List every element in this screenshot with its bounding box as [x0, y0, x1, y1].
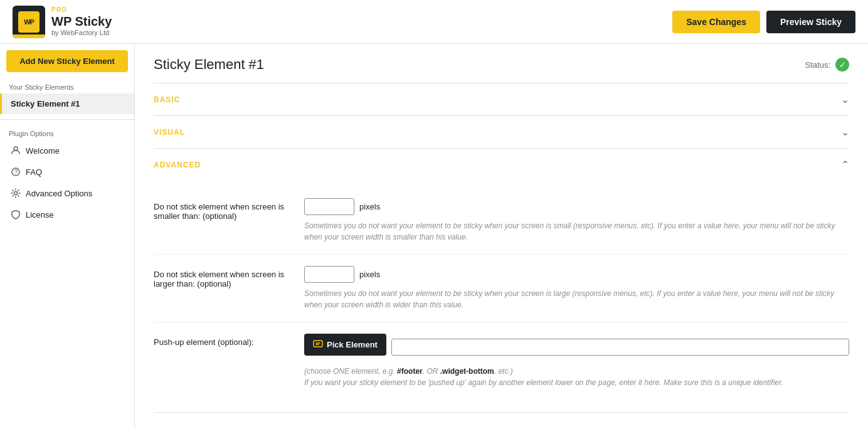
push-up-control: Pick Element (choose ONE element, e.g. #…	[304, 334, 849, 388]
logo-area: WP PRO WP Sticky by WebFactory Ltd	[13, 6, 112, 38]
form-row-min-screen: Do not stick element when screen is smal…	[154, 187, 849, 255]
max-screen-hint: Sometimes you do not want your element t…	[304, 288, 849, 310]
max-screen-input[interactable]	[304, 266, 354, 283]
license-icon	[11, 209, 21, 220]
advanced-options-icon	[11, 188, 21, 198]
svg-point-3	[14, 192, 18, 195]
sidebar: Add New Sticky Element Your Sticky Eleme…	[0, 44, 135, 429]
section-advanced-content: Do not stick element when screen is smal…	[154, 181, 849, 412]
section-basic-title: BASIC	[154, 95, 180, 104]
status-check-icon: ✓	[835, 58, 849, 72]
pick-row: Pick Element	[304, 334, 849, 361]
min-screen-hint: Sometimes you do not want your element t…	[304, 220, 849, 243]
max-screen-suffix: pixels	[359, 270, 380, 279]
add-new-sticky-element-button[interactable]: Add New Sticky Element	[6, 50, 128, 72]
min-screen-suffix: pixels	[359, 202, 380, 211]
max-screen-label: Do not stick element when screen is larg…	[154, 266, 292, 289]
status-area: Status: ✓	[805, 58, 849, 72]
sidebar-item-advanced-options[interactable]: Advanced Options	[0, 183, 134, 204]
license-label: License	[26, 210, 54, 220]
section-visual-title: VISUAL	[154, 128, 185, 137]
logo-text: PRO WP Sticky by WebFactory Ltd	[51, 6, 112, 37]
save-changes-button[interactable]: Save Changes	[672, 11, 760, 33]
header: WP PRO WP Sticky by WebFactory Ltd Save …	[0, 0, 868, 44]
main-content: Sticky Element #1 Status: ✓ BASIC ⌄ VISU…	[135, 44, 868, 429]
layout: Add New Sticky Element Your Sticky Eleme…	[0, 44, 868, 429]
svg-point-0	[14, 147, 18, 151]
faq-label: FAQ	[26, 167, 42, 177]
push-up-hint-2: If you want your sticky element to be 'p…	[304, 377, 849, 388]
min-screen-input[interactable]	[304, 198, 354, 215]
sidebar-item-license[interactable]: License	[0, 204, 134, 225]
logo-wp: WP	[18, 11, 40, 33]
advanced-options-label: Advanced Options	[26, 189, 92, 198]
svg-rect-4	[314, 341, 322, 347]
section-advanced: ADVANCED ⌃ Do not stick element when scr…	[154, 149, 849, 413]
sticky-elements-section-label: Your Sticky Elements	[0, 78, 134, 93]
push-up-hint-1: (choose ONE element, e.g. #footer, OR .w…	[304, 366, 849, 377]
logo-name: WP Sticky	[51, 14, 112, 29]
status-label: Status:	[805, 60, 830, 70]
section-advanced-header[interactable]: ADVANCED ⌃	[154, 149, 849, 181]
push-up-label: Push-up element (optional):	[154, 334, 292, 347]
section-visual-chevron: ⌄	[841, 126, 849, 138]
min-screen-input-row: pixels	[304, 198, 849, 215]
logo-icon: WP	[13, 6, 45, 38]
welcome-label: Welcome	[26, 146, 60, 156]
push-up-input[interactable]	[391, 339, 849, 356]
max-screen-control: pixels Sometimes you do not want your el…	[304, 266, 849, 310]
section-basic-chevron: ⌄	[841, 93, 849, 105]
pick-element-icon	[313, 339, 323, 351]
form-row-max-screen: Do not stick element when screen is larg…	[154, 255, 849, 322]
plugin-options-label: Plugin Options	[0, 125, 134, 140]
preview-sticky-button[interactable]: Preview Sticky	[766, 11, 855, 33]
section-advanced-chevron: ⌃	[841, 159, 849, 171]
header-actions: Save Changes Preview Sticky	[672, 11, 855, 33]
min-screen-label: Do not stick element when screen is smal…	[154, 198, 292, 221]
sticky-element-1-label: Sticky Element #1	[11, 99, 80, 109]
pick-element-button[interactable]: Pick Element	[304, 334, 386, 356]
pick-element-label: Pick Element	[327, 340, 378, 349]
welcome-icon	[11, 146, 21, 156]
sidebar-divider	[0, 119, 134, 120]
sidebar-item-faq[interactable]: ? FAQ	[0, 161, 134, 183]
section-basic-header[interactable]: BASIC ⌄	[154, 83, 849, 115]
max-screen-input-row: pixels	[304, 266, 849, 283]
section-advanced-title: ADVANCED	[154, 161, 201, 169]
section-visual-header[interactable]: VISUAL ⌄	[154, 116, 849, 148]
section-basic: BASIC ⌄	[154, 83, 849, 116]
logo-stripe	[13, 34, 45, 38]
logo-by: by WebFactory Ltd	[51, 29, 112, 37]
page-header: Sticky Element #1 Status: ✓	[154, 56, 849, 83]
logo-pro-badge: PRO	[51, 6, 112, 14]
svg-text:?: ?	[14, 169, 18, 176]
page-title: Sticky Element #1	[154, 56, 264, 73]
min-screen-control: pixels Sometimes you do not want your el…	[304, 198, 849, 243]
section-visual: VISUAL ⌄	[154, 116, 849, 149]
form-row-push-up: Push-up element (optional): Pick Element	[154, 322, 849, 400]
sidebar-item-sticky-element-1[interactable]: Sticky Element #1	[0, 93, 134, 114]
sidebar-item-welcome[interactable]: Welcome	[0, 140, 134, 161]
faq-icon: ?	[11, 167, 21, 177]
